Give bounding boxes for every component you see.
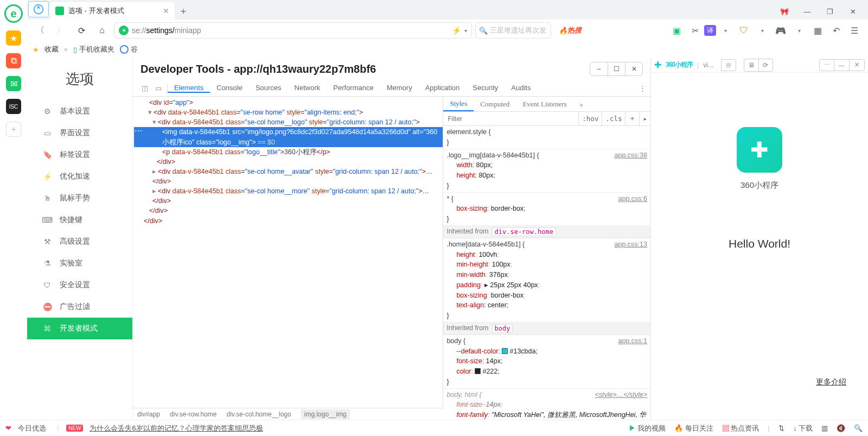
styles-tab-more-icon[interactable]: » <box>573 97 590 111</box>
options-title: 选项 <box>27 58 132 97</box>
hov-toggle[interactable]: :hov <box>578 112 602 125</box>
options-item-9[interactable]: ⛔广告过滤 <box>27 296 132 318</box>
devtools-tab-network[interactable]: Network <box>288 84 327 92</box>
preview-refresh-icon[interactable]: ⟳ <box>758 59 773 71</box>
tab-active[interactable]: 选项 - 开发者模式 ✕ <box>50 2 175 20</box>
maximize-button[interactable]: ❐ <box>819 3 841 20</box>
inspect-element-icon[interactable]: ◫ <box>137 84 152 92</box>
status-today[interactable]: 今日优选 <box>18 424 46 433</box>
options-item-2[interactable]: 🔖标签设置 <box>27 144 132 166</box>
options-item-5[interactable]: ⌨快捷键 <box>27 209 132 231</box>
shield2-icon[interactable]: 🛡 <box>735 22 753 39</box>
back-button[interactable]: 〈 <box>31 22 49 39</box>
devtools-min-button[interactable]: – <box>590 62 608 75</box>
options-item-7[interactable]: ⚗实验室 <box>27 252 132 274</box>
status-daily[interactable]: 🔥 每日关注 <box>674 424 713 433</box>
status-zoom-icon[interactable]: 🔍 <box>854 424 863 432</box>
styles-tab-computed[interactable]: Computed <box>474 97 516 111</box>
status-sep: | <box>768 424 769 432</box>
status-net-icon[interactable]: ⇅ <box>778 424 784 432</box>
browser-logo-icon[interactable]: e <box>4 4 23 23</box>
rail-weibo-icon[interactable]: ⧉ <box>6 53 21 68</box>
bookmark-google[interactable]: 谷 <box>120 45 138 54</box>
grid-icon[interactable]: ▦ <box>808 22 827 39</box>
translate-icon[interactable]: 译 <box>704 25 716 36</box>
device-toggle-icon[interactable]: ▭ <box>152 84 168 92</box>
devtools-more-icon[interactable]: ⋮ <box>639 84 646 92</box>
devtools-tab-sources[interactable]: Sources <box>249 84 288 92</box>
devtools-close-button[interactable]: ✕ <box>625 62 642 75</box>
status-headline[interactable]: 为什么会丢失6岁以前的记忆？心理学家的答案细思恐极 <box>90 424 263 433</box>
opt-icon: ⛔ <box>42 302 52 312</box>
add-rule-icon[interactable]: ＋ <box>625 112 639 125</box>
options-item-6[interactable]: ⚒高级设置 <box>27 231 132 252</box>
hot-search-label[interactable]: 🔥热搜 <box>559 26 582 35</box>
options-item-10[interactable]: ⌘开发者模式 <box>27 318 132 339</box>
game-icon[interactable]: 🎮 <box>771 22 790 39</box>
devtools-tab-console[interactable]: Console <box>210 84 249 92</box>
devtools-tab-elements[interactable]: Elements <box>168 84 210 93</box>
opt-icon: 🖱 <box>42 193 52 203</box>
devtools-tab-audits[interactable]: Audits <box>505 84 537 92</box>
search-field[interactable]: 🔍 三星堆遗址再次发 <box>475 22 551 39</box>
styles-rules[interactable]: element.style {} app.css:38 .logo__img[d… <box>443 126 650 420</box>
close-window-button[interactable]: ✕ <box>842 3 864 20</box>
bookmark-mobile[interactable]: ▯手机收藏夹 <box>73 45 114 54</box>
url-field[interactable]: ✶ se://settings/miniapp ⚡ ▾ <box>114 22 472 39</box>
preview-target-icon[interactable]: ◎ <box>721 59 736 71</box>
devtools-tab-security[interactable]: Security <box>466 84 505 92</box>
rail-add-icon[interactable]: ＋ <box>6 122 21 137</box>
devtools-tab-application[interactable]: Application <box>419 84 467 92</box>
preview-min-icon[interactable]: — <box>834 59 850 71</box>
heart-icon[interactable]: ❤ <box>5 424 11 432</box>
status-app-icon[interactable]: ▥ <box>821 424 828 432</box>
compass-icon[interactable] <box>28 1 49 17</box>
devtools-tab-memory[interactable]: Memory <box>380 84 419 92</box>
status-hot[interactable]: ▦ 热点资讯 <box>722 424 760 433</box>
home-button[interactable]: ⌂ <box>93 22 111 39</box>
preview-more-link[interactable]: 更多介绍 <box>816 377 846 387</box>
gift-icon[interactable]: 🎀 <box>774 3 795 20</box>
elements-tree[interactable]: <div id="app"> ▾<div data-v-584e45b1 cla… <box>133 97 443 408</box>
styles-filter-input[interactable] <box>443 115 578 123</box>
cls-toggle[interactable]: .cls <box>602 112 625 125</box>
options-item-4[interactable]: 🖱鼠标手势 <box>27 187 132 209</box>
options-item-0[interactable]: ⚙基本设置 <box>27 100 132 122</box>
new-tab-button[interactable]: ＋ <box>175 2 192 20</box>
minimize-button[interactable]: — <box>796 3 818 20</box>
opt-icon: ⌨ <box>42 215 52 225</box>
devtools-title: Developer Tools - app://qh13waury22p7m8b… <box>141 63 376 75</box>
preview-body: ✚ 360小程序 Hello World! <box>651 73 868 420</box>
breadcrumb[interactable]: div#app div.se-row.home div.se-col.home_… <box>133 408 443 420</box>
devtools-max-button[interactable]: ☐ <box>608 62 625 75</box>
status-download[interactable]: ↓ 下载 <box>793 424 813 433</box>
url-dropdown-icon[interactable]: ▾ <box>464 28 467 34</box>
status-mute-icon[interactable]: 🔇 <box>837 424 845 432</box>
styles-tab-listeners[interactable]: Event Listeners <box>516 97 573 111</box>
devtools-tab-performance[interactable]: Performance <box>327 84 380 92</box>
options-item-3[interactable]: ⚡优化加速 <box>27 166 132 187</box>
preview-close-icon[interactable]: ✕ <box>850 59 865 71</box>
tab-close-icon[interactable]: ✕ <box>163 7 169 15</box>
preview-dots-icon[interactable]: ⋯ <box>819 59 834 71</box>
preview-desktop-icon[interactable]: 🖥 <box>744 59 758 71</box>
search-placeholder: 三星堆遗址再次发 <box>490 26 546 35</box>
rail-favorites-icon[interactable]: ★ <box>6 30 21 46</box>
status-video[interactable]: ▶ 我的视频 <box>629 424 666 433</box>
selected-element[interactable]: ⋯<img data-v-584e45b1 src="img/logo.png?… <box>134 127 443 147</box>
preview-header: ✚ 360小程序 | vi... ◎ 🖥 ⟳ ⋯ — ✕ <box>651 58 868 73</box>
scissors-icon[interactable]: ✂ <box>686 22 704 39</box>
reload-button[interactable]: ⟳ <box>73 22 90 39</box>
styles-tab-styles[interactable]: Styles <box>443 97 474 111</box>
book-icon[interactable]: ▣ <box>667 22 686 39</box>
pin-icon[interactable]: ▸ <box>639 112 650 125</box>
options-item-1[interactable]: ▭界面设置 <box>27 122 132 144</box>
options-item-8[interactable]: 🛡安全设置 <box>27 274 132 296</box>
star-icon[interactable]: ★ <box>33 46 39 54</box>
rail-mail-icon[interactable]: ✉ <box>6 76 21 91</box>
bolt-icon[interactable]: ⚡ <box>452 26 461 35</box>
menu-icon[interactable]: ☰ <box>845 22 864 39</box>
tab-title: 选项 - 开发者模式 <box>68 6 124 16</box>
undo-icon[interactable]: ↶ <box>827 22 845 39</box>
rail-isc-icon[interactable]: ISC <box>6 99 21 114</box>
